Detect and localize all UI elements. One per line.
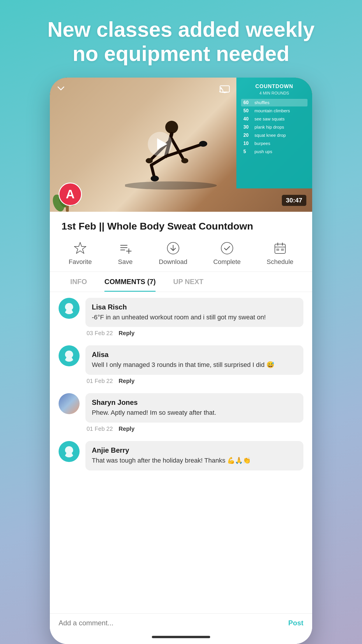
comment-date: 01 Feb 22 <box>87 378 113 384</box>
workout-title: 1st Feb || Whole Body Sweat Countdown <box>50 212 312 238</box>
schedule-label: Schedule <box>267 258 294 266</box>
video-player[interactable]: COUNTDOWN 4 MIN ROUNDS 60 shuffles 50 mo… <box>50 78 312 212</box>
comment-avatar <box>59 441 80 462</box>
countdown-overlay: COUNTDOWN 4 MIN ROUNDS 60 shuffles 50 mo… <box>236 78 312 188</box>
post-button[interactable]: Post <box>288 619 303 627</box>
countdown-row: 40 see saw squats <box>241 115 307 123</box>
chevron-down-icon <box>56 90 66 95</box>
comment-input-row: Post <box>50 613 312 632</box>
svg-point-20 <box>219 91 221 92</box>
comment-date: 01 Feb 22 <box>87 426 113 432</box>
comment-text: That was tough after the holiday break! … <box>92 456 297 465</box>
comment-text: Well I only managed 3 rounds in that tim… <box>92 360 297 370</box>
video-timer: 30:47 <box>282 195 306 206</box>
reply-button[interactable]: Reply <box>119 426 134 432</box>
comment-bubble: Anjie Berry That was tough after the hol… <box>85 441 303 470</box>
svg-point-31 <box>221 242 233 254</box>
comment-body: Anjie Berry That was tough after the hol… <box>85 441 303 473</box>
download-button[interactable]: Download <box>159 241 187 266</box>
header-title: New classes added weekly no equipment ne… <box>48 18 315 66</box>
svg-point-6 <box>151 176 159 181</box>
comment-avatar <box>59 298 80 319</box>
comment-body: Lisa Risch -6°F in an unheated workout r… <box>85 298 303 337</box>
download-icon <box>166 241 181 256</box>
header-line2: no equipment needed <box>73 42 289 65</box>
countdown-row: 20 squat knee drop <box>241 132 307 139</box>
comment-avatar-photo <box>59 393 80 414</box>
star-icon <box>73 241 88 256</box>
svg-line-9 <box>172 139 183 159</box>
comment-bubble: Sharyn Jones Phew. Aptly named! Im so sw… <box>85 393 303 423</box>
svg-point-10 <box>181 158 188 163</box>
phone-frame: COUNTDOWN 4 MIN ROUNDS 60 shuffles 50 mo… <box>50 78 312 644</box>
svg-rect-37 <box>281 249 284 251</box>
comment-input[interactable] <box>59 619 284 627</box>
countdown-row: 50 mountain climbers <box>241 107 307 115</box>
download-label: Download <box>159 258 187 266</box>
countdown-row: 60 shuffles <box>241 99 307 106</box>
tab-comments[interactable]: COMMENTS (7) <box>96 272 164 292</box>
schedule-button[interactable]: Schedule <box>267 241 294 266</box>
favorite-button[interactable]: Favorite <box>68 241 92 266</box>
svg-line-5 <box>151 165 154 177</box>
tabs-row: INFO COMMENTS (7) UP NEXT <box>50 272 312 292</box>
comment-avatar <box>59 345 80 366</box>
commenter-name: Alisa <box>92 351 297 359</box>
countdown-row: 10 burpees <box>241 140 307 147</box>
tab-upnext[interactable]: UP NEXT <box>164 272 212 292</box>
countdown-row: 5 push ups <box>241 148 307 155</box>
complete-button[interactable]: Complete <box>213 241 241 266</box>
comments-list: Lisa Risch -6°F in an unheated workout r… <box>50 292 312 613</box>
header-section: New classes added weekly no equipment ne… <box>24 0 338 78</box>
comment-bubble: Alisa Well I only managed 3 rounds in th… <box>85 345 303 375</box>
calendar-icon <box>273 241 288 256</box>
comment-body: Sharyn Jones Phew. Aptly named! Im so sw… <box>85 393 303 432</box>
comment-text: -6°F in an unheated workout room and i s… <box>92 313 297 322</box>
comment-bubble: Lisa Risch -6°F in an unheated workout r… <box>85 298 303 327</box>
comment-text: Phew. Aptly named! Im so sweaty after th… <box>92 408 297 417</box>
save-label: Save <box>118 258 133 266</box>
home-bar <box>152 636 210 638</box>
comment-item: Sharyn Jones Phew. Aptly named! Im so sw… <box>59 393 303 432</box>
countdown-row: 30 plank hip drops <box>241 123 307 131</box>
svg-point-11 <box>125 181 217 190</box>
comment-item: Anjie Berry That was tough after the hol… <box>59 441 303 473</box>
commenter-name: Anjie Berry <box>92 446 297 454</box>
content-area: 1st Feb || Whole Body Sweat Countdown Fa… <box>50 212 312 644</box>
comment-body: Alisa Well I only managed 3 rounds in th… <box>85 345 303 384</box>
save-button[interactable]: Save <box>118 241 133 266</box>
header-line1: New classes added weekly <box>48 18 315 41</box>
complete-label: Complete <box>213 258 241 266</box>
cast-icon <box>219 91 231 96</box>
comment-date: 03 Feb 22 <box>87 330 113 337</box>
play-button[interactable] <box>147 131 173 158</box>
comment-meta: 01 Feb 22 Reply <box>85 426 303 432</box>
svg-point-3 <box>199 141 207 147</box>
countdown-subtitle: 4 MIN ROUNDS <box>241 91 307 95</box>
home-indicator <box>50 632 312 644</box>
comment-meta: 03 Feb 22 Reply <box>85 330 303 337</box>
comment-item: Alisa Well I only managed 3 rounds in th… <box>59 345 303 384</box>
back-button[interactable] <box>56 83 66 95</box>
action-buttons-row: Favorite Save <box>50 238 312 272</box>
svg-point-8 <box>146 158 153 163</box>
tab-info[interactable]: INFO <box>61 272 96 292</box>
check-circle-icon <box>219 241 235 256</box>
reply-button[interactable]: Reply <box>119 378 134 384</box>
reply-button[interactable]: Reply <box>119 330 134 337</box>
svg-rect-36 <box>277 249 279 251</box>
svg-marker-23 <box>74 242 86 253</box>
cast-button[interactable] <box>219 83 231 96</box>
instructor-avatar: A <box>59 183 82 206</box>
comment-item: Lisa Risch -6°F in an unheated workout r… <box>59 298 303 337</box>
commenter-name: Sharyn Jones <box>92 398 297 407</box>
favorite-label: Favorite <box>68 258 92 266</box>
comment-meta: 01 Feb 22 Reply <box>85 378 303 384</box>
list-plus-icon <box>118 241 133 256</box>
commenter-name: Lisa Risch <box>92 303 297 311</box>
countdown-title: COUNTDOWN <box>241 83 307 90</box>
